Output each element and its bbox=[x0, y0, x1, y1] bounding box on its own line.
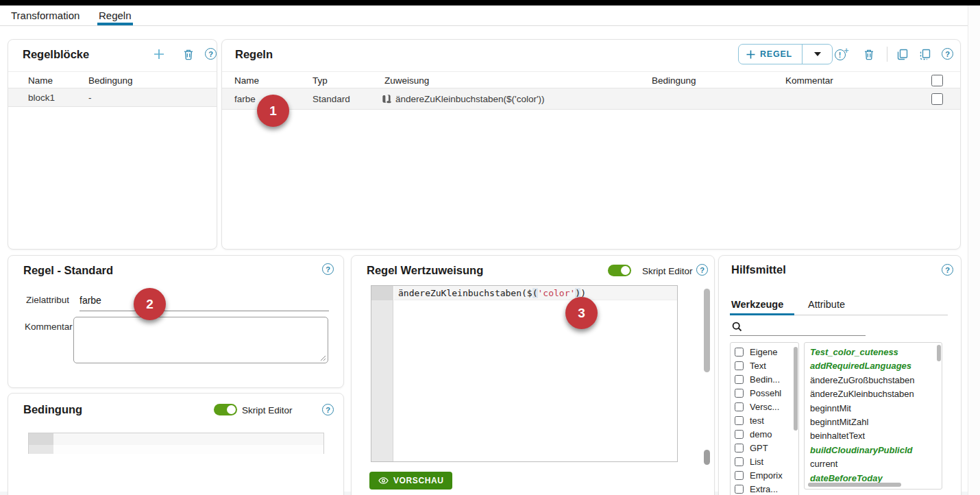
function-item[interactable]: current bbox=[805, 457, 942, 471]
chevron-down-icon bbox=[814, 52, 821, 56]
regel-name: farbe bbox=[234, 94, 256, 104]
block-name: block1 bbox=[28, 93, 55, 103]
regelbloecke-help-icon[interactable]: ? bbox=[205, 48, 217, 60]
add-validation-rule-button[interactable]: !+ bbox=[834, 47, 848, 61]
category-item[interactable]: Versc... bbox=[731, 400, 798, 413]
code-editor[interactable]: ändereZuKleinbuchstaben($('color')) bbox=[371, 285, 678, 462]
category-checkbox[interactable] bbox=[735, 457, 744, 466]
category-item[interactable]: Eigene bbox=[731, 345, 798, 359]
annotation-badge-2: 2 bbox=[134, 288, 166, 320]
category-item[interactable]: List bbox=[731, 455, 798, 468]
category-checkbox[interactable] bbox=[735, 348, 744, 357]
category-item[interactable]: Bedin... bbox=[731, 372, 798, 386]
skript-editor-toggle[interactable] bbox=[608, 265, 631, 276]
function-item[interactable]: beginntMit bbox=[805, 402, 942, 415]
category-label: GPT bbox=[750, 443, 768, 453]
category-checkbox[interactable] bbox=[735, 402, 744, 411]
category-item[interactable]: test bbox=[731, 413, 798, 427]
category-checkbox[interactable] bbox=[735, 485, 744, 494]
bedingung-panel: Bedingung Skript Editor ? bbox=[8, 393, 344, 495]
function-item[interactable]: beinhaltetText bbox=[805, 429, 942, 443]
top-black-bar bbox=[0, 0, 980, 5]
regeln-help-icon[interactable]: ? bbox=[942, 48, 953, 60]
function-item[interactable]: addRequiredLanguages bbox=[805, 359, 942, 373]
tab-attribute[interactable]: Attribute bbox=[808, 299, 845, 310]
editor-gutter-active-line bbox=[371, 286, 393, 300]
search-icon bbox=[732, 322, 742, 332]
category-item[interactable]: Text bbox=[731, 359, 798, 372]
function-item[interactable]: ändereZuGroßbuchstaben bbox=[805, 374, 942, 387]
category-label: List bbox=[750, 457, 763, 467]
category-item[interactable]: GPT bbox=[731, 441, 798, 455]
category-checkbox[interactable] bbox=[735, 416, 744, 425]
column-header-typ: Typ bbox=[313, 75, 328, 86]
select-all-checkbox[interactable] bbox=[931, 75, 943, 86]
add-block-button[interactable] bbox=[153, 48, 165, 60]
regeln-table-header: Name Typ Zuweisung Bedingung Kommentar bbox=[222, 71, 960, 88]
kommentar-textarea[interactable] bbox=[73, 317, 328, 363]
bedingung-script-editor[interactable] bbox=[28, 433, 324, 454]
add-regel-button[interactable]: REGEL bbox=[739, 45, 803, 64]
wertzuweisung-title: Regel Wertzuweisung bbox=[367, 264, 483, 277]
regel-standard-panel: Regel - Standard ? Zielattribut Kommenta… bbox=[8, 255, 344, 388]
annotation-badge-1: 1 bbox=[257, 95, 289, 127]
category-item[interactable]: Emporix bbox=[731, 468, 798, 482]
eye-icon bbox=[378, 476, 389, 485]
delete-regel-button[interactable] bbox=[863, 48, 875, 60]
tab-werkzeuge[interactable]: Werkzeuge bbox=[731, 299, 783, 310]
function-item[interactable]: buildCloudinaryPublicId bbox=[805, 444, 942, 457]
category-item[interactable]: Extra... bbox=[731, 482, 798, 495]
wertzuweisung-panel: Regel Wertzuweisung Skript Editor ? ände… bbox=[351, 255, 715, 495]
column-header-bedingung: Bedingung bbox=[88, 75, 133, 86]
category-checkbox[interactable] bbox=[735, 375, 744, 384]
search-input[interactable] bbox=[745, 320, 863, 334]
code-line: ändereZuKleinbuchstaben($('color')) bbox=[398, 288, 586, 298]
add-regel-split-button: REGEL bbox=[738, 44, 833, 64]
category-list-scrollbar-thumb[interactable] bbox=[794, 347, 798, 431]
editor-gutter bbox=[371, 286, 393, 461]
function-item[interactable]: Test_color_cuteness bbox=[805, 346, 942, 359]
function-item[interactable]: ändereZuKleinbuchstaben bbox=[805, 387, 942, 401]
zielattribut-input[interactable] bbox=[79, 290, 329, 311]
category-checkbox[interactable] bbox=[735, 430, 744, 439]
add-regel-dropdown-button[interactable] bbox=[803, 45, 832, 64]
column-header-name: Name bbox=[234, 75, 259, 86]
bedingung-help-icon[interactable]: ? bbox=[322, 404, 334, 415]
panel-scrollbar-thumb[interactable] bbox=[704, 289, 710, 372]
editor-line bbox=[29, 433, 323, 445]
page-vertical-scrollbar[interactable] bbox=[968, 5, 980, 495]
hilfsmittel-help-icon[interactable]: ? bbox=[942, 264, 953, 276]
row-checkbox[interactable] bbox=[931, 93, 943, 105]
tab-regeln[interactable]: Regeln bbox=[99, 10, 132, 21]
function-item[interactable]: beginntMitZahl bbox=[805, 415, 942, 429]
copy-icon bbox=[896, 49, 908, 60]
regel-standard-help-icon[interactable]: ? bbox=[322, 263, 334, 275]
copy-regel-button[interactable] bbox=[896, 48, 908, 60]
function-list-vscrollbar-thumb[interactable] bbox=[937, 345, 941, 361]
function-list-hscrollbar-thumb[interactable] bbox=[808, 483, 901, 487]
code-open-bracket: ( bbox=[532, 288, 538, 298]
duplicate-regel-button[interactable] bbox=[918, 48, 931, 60]
regeln-row-farbe[interactable]: farbe Standard ändereZuKleinbuchstaben($… bbox=[222, 88, 960, 110]
vorschau-button[interactable]: VORSCHAU bbox=[369, 472, 452, 490]
category-checkbox[interactable] bbox=[735, 471, 744, 480]
category-item[interactable]: demo bbox=[731, 427, 798, 441]
panel-scrollbar-thumb[interactable] bbox=[704, 450, 710, 465]
regel-zuweisung: ändereZuKleinbuchstaben($('color')) bbox=[395, 94, 545, 104]
regelbloecke-row-block1[interactable]: block1 - bbox=[8, 88, 217, 107]
skript-editor-toggle[interactable] bbox=[214, 404, 237, 415]
category-label: test bbox=[750, 415, 764, 426]
category-checkbox[interactable] bbox=[735, 444, 744, 452]
skript-editor-toggle-label: Skript Editor bbox=[242, 405, 293, 415]
category-item[interactable]: Possehl bbox=[731, 386, 798, 400]
category-checkbox[interactable] bbox=[735, 361, 744, 370]
tab-transformation[interactable]: Transformation bbox=[11, 10, 79, 21]
category-list: Eigene Text Bedin... Possehl Versc... te… bbox=[730, 342, 799, 495]
editor-gutter bbox=[29, 433, 53, 445]
block-bedingung: - bbox=[88, 93, 92, 103]
vorschau-label: VORSCHAU bbox=[393, 476, 443, 485]
category-checkbox[interactable] bbox=[735, 389, 744, 398]
delete-block-button[interactable] bbox=[182, 48, 195, 60]
wertzuweisung-help-icon[interactable]: ? bbox=[696, 264, 708, 276]
annotation-badge-3: 3 bbox=[565, 297, 598, 329]
